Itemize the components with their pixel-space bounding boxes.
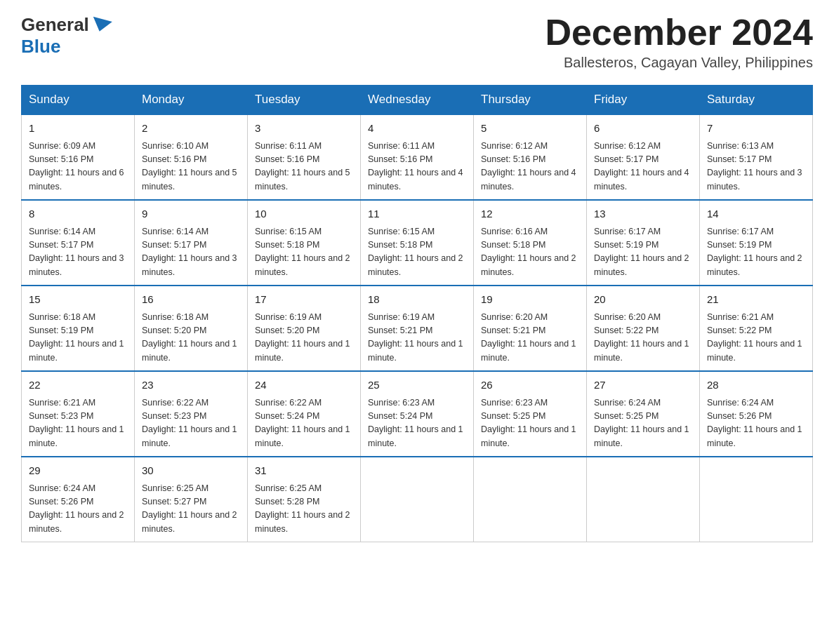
calendar-day-cell: 11Sunrise: 6:15 AMSunset: 5:18 PMDayligh… — [361, 200, 474, 286]
day-number: 26 — [481, 377, 579, 394]
day-info: Sunrise: 6:22 AMSunset: 5:24 PMDaylight:… — [255, 396, 353, 451]
day-number: 11 — [368, 206, 466, 222]
day-number: 20 — [594, 292, 692, 308]
day-number: 16 — [142, 292, 240, 308]
day-number: 10 — [255, 206, 353, 222]
day-info: Sunrise: 6:24 AMSunset: 5:25 PMDaylight:… — [594, 396, 692, 451]
day-number: 31 — [255, 463, 353, 479]
day-info: Sunrise: 6:21 AMSunset: 5:23 PMDaylight:… — [29, 396, 127, 451]
calendar-day-cell: 14Sunrise: 6:17 AMSunset: 5:19 PMDayligh… — [700, 200, 813, 286]
logo: General Blue — [21, 14, 113, 58]
day-number: 18 — [368, 292, 466, 308]
day-info: Sunrise: 6:16 AMSunset: 5:18 PMDaylight:… — [481, 225, 579, 280]
calendar-day-cell — [587, 457, 700, 542]
day-of-week-header: Friday — [587, 86, 700, 115]
calendar-day-cell: 17Sunrise: 6:19 AMSunset: 5:20 PMDayligh… — [248, 286, 361, 371]
calendar-day-cell: 3Sunrise: 6:11 AMSunset: 5:16 PMDaylight… — [248, 114, 361, 200]
calendar-day-cell: 28Sunrise: 6:24 AMSunset: 5:26 PMDayligh… — [700, 371, 813, 457]
day-info: Sunrise: 6:17 AMSunset: 5:19 PMDaylight:… — [707, 225, 805, 280]
calendar-day-cell — [361, 457, 474, 542]
calendar-day-cell: 18Sunrise: 6:19 AMSunset: 5:21 PMDayligh… — [361, 286, 474, 371]
day-number: 3 — [255, 121, 353, 137]
day-of-week-header: Wednesday — [361, 86, 474, 115]
day-of-week-header: Sunday — [22, 86, 135, 115]
day-info: Sunrise: 6:15 AMSunset: 5:18 PMDaylight:… — [368, 225, 466, 280]
day-info: Sunrise: 6:11 AMSunset: 5:16 PMDaylight:… — [368, 140, 466, 194]
day-number: 22 — [29, 377, 127, 394]
day-info: Sunrise: 6:24 AMSunset: 5:26 PMDaylight:… — [707, 396, 805, 451]
day-info: Sunrise: 6:12 AMSunset: 5:17 PMDaylight:… — [594, 140, 692, 194]
calendar-day-cell: 4Sunrise: 6:11 AMSunset: 5:16 PMDaylight… — [361, 114, 474, 200]
day-number: 15 — [29, 292, 127, 308]
calendar-day-cell: 31Sunrise: 6:25 AMSunset: 5:28 PMDayligh… — [248, 457, 361, 542]
calendar-day-cell: 6Sunrise: 6:12 AMSunset: 5:17 PMDaylight… — [587, 114, 700, 200]
day-info: Sunrise: 6:18 AMSunset: 5:20 PMDaylight:… — [142, 311, 240, 365]
day-number: 21 — [707, 292, 805, 308]
calendar-day-cell: 22Sunrise: 6:21 AMSunset: 5:23 PMDayligh… — [22, 371, 135, 457]
logo-general-text: General — [21, 14, 89, 36]
day-number: 17 — [255, 292, 353, 308]
calendar-day-cell: 16Sunrise: 6:18 AMSunset: 5:20 PMDayligh… — [135, 286, 248, 371]
day-info: Sunrise: 6:18 AMSunset: 5:19 PMDaylight:… — [29, 311, 127, 365]
calendar-day-cell: 21Sunrise: 6:21 AMSunset: 5:22 PMDayligh… — [700, 286, 813, 371]
day-info: Sunrise: 6:25 AMSunset: 5:27 PMDaylight:… — [142, 482, 240, 537]
day-info: Sunrise: 6:19 AMSunset: 5:20 PMDaylight:… — [255, 311, 353, 365]
day-number: 4 — [368, 121, 466, 137]
calendar-day-cell: 13Sunrise: 6:17 AMSunset: 5:19 PMDayligh… — [587, 200, 700, 286]
calendar-week-row: 15Sunrise: 6:18 AMSunset: 5:19 PMDayligh… — [22, 286, 813, 371]
day-number: 8 — [29, 206, 127, 222]
calendar-day-cell: 19Sunrise: 6:20 AMSunset: 5:21 PMDayligh… — [474, 286, 587, 371]
day-number: 30 — [142, 463, 240, 479]
day-number: 24 — [255, 377, 353, 394]
calendar-week-row: 1Sunrise: 6:09 AMSunset: 5:16 PMDaylight… — [22, 114, 813, 200]
day-info: Sunrise: 6:24 AMSunset: 5:26 PMDaylight:… — [29, 482, 127, 537]
calendar-day-cell: 23Sunrise: 6:22 AMSunset: 5:23 PMDayligh… — [135, 371, 248, 457]
day-number: 6 — [594, 121, 692, 137]
calendar-week-row: 22Sunrise: 6:21 AMSunset: 5:23 PMDayligh… — [22, 371, 813, 457]
calendar-day-cell: 8Sunrise: 6:14 AMSunset: 5:17 PMDaylight… — [22, 200, 135, 286]
day-info: Sunrise: 6:22 AMSunset: 5:23 PMDaylight:… — [142, 396, 240, 451]
calendar-day-cell: 27Sunrise: 6:24 AMSunset: 5:25 PMDayligh… — [587, 371, 700, 457]
day-of-week-header: Monday — [135, 86, 248, 115]
calendar-day-cell: 26Sunrise: 6:23 AMSunset: 5:25 PMDayligh… — [474, 371, 587, 457]
day-number: 25 — [368, 377, 466, 394]
day-number: 5 — [481, 121, 579, 137]
calendar-day-cell: 9Sunrise: 6:14 AMSunset: 5:17 PMDaylight… — [135, 200, 248, 286]
page-header: General Blue December 2024 Ballesteros, … — [21, 14, 813, 71]
day-info: Sunrise: 6:19 AMSunset: 5:21 PMDaylight:… — [368, 311, 466, 365]
day-number: 9 — [142, 206, 240, 222]
calendar-header-row: SundayMondayTuesdayWednesdayThursdayFrid… — [22, 86, 813, 115]
day-of-week-header: Thursday — [474, 86, 587, 115]
day-info: Sunrise: 6:09 AMSunset: 5:16 PMDaylight:… — [29, 140, 127, 194]
day-info: Sunrise: 6:11 AMSunset: 5:16 PMDaylight:… — [255, 140, 353, 194]
day-number: 1 — [29, 121, 127, 137]
month-title: December 2024 — [545, 14, 813, 51]
day-of-week-header: Tuesday — [248, 86, 361, 115]
day-info: Sunrise: 6:17 AMSunset: 5:19 PMDaylight:… — [594, 225, 692, 280]
calendar-day-cell — [474, 457, 587, 542]
calendar-day-cell — [700, 457, 813, 542]
day-info: Sunrise: 6:12 AMSunset: 5:16 PMDaylight:… — [481, 140, 579, 194]
calendar-day-cell: 29Sunrise: 6:24 AMSunset: 5:26 PMDayligh… — [22, 457, 135, 542]
calendar-day-cell: 25Sunrise: 6:23 AMSunset: 5:24 PMDayligh… — [361, 371, 474, 457]
calendar-day-cell: 24Sunrise: 6:22 AMSunset: 5:24 PMDayligh… — [248, 371, 361, 457]
day-number: 28 — [707, 377, 805, 394]
day-info: Sunrise: 6:14 AMSunset: 5:17 PMDaylight:… — [142, 225, 240, 280]
day-info: Sunrise: 6:20 AMSunset: 5:21 PMDaylight:… — [481, 311, 579, 365]
calendar-week-row: 29Sunrise: 6:24 AMSunset: 5:26 PMDayligh… — [22, 457, 813, 542]
calendar-day-cell: 15Sunrise: 6:18 AMSunset: 5:19 PMDayligh… — [22, 286, 135, 371]
day-of-week-header: Saturday — [700, 86, 813, 115]
day-number: 27 — [594, 377, 692, 394]
calendar-day-cell: 12Sunrise: 6:16 AMSunset: 5:18 PMDayligh… — [474, 200, 587, 286]
day-number: 13 — [594, 206, 692, 222]
title-section: December 2024 Ballesteros, Cagayan Valle… — [545, 14, 813, 71]
day-number: 2 — [142, 121, 240, 137]
day-info: Sunrise: 6:23 AMSunset: 5:25 PMDaylight:… — [481, 396, 579, 451]
day-info: Sunrise: 6:21 AMSunset: 5:22 PMDaylight:… — [707, 311, 805, 365]
day-info: Sunrise: 6:20 AMSunset: 5:22 PMDaylight:… — [594, 311, 692, 365]
calendar-day-cell: 7Sunrise: 6:13 AMSunset: 5:17 PMDaylight… — [700, 114, 813, 200]
calendar-day-cell: 1Sunrise: 6:09 AMSunset: 5:16 PMDaylight… — [22, 114, 135, 200]
day-number: 14 — [707, 206, 805, 222]
calendar-day-cell: 10Sunrise: 6:15 AMSunset: 5:18 PMDayligh… — [248, 200, 361, 286]
day-info: Sunrise: 6:13 AMSunset: 5:17 PMDaylight:… — [707, 140, 805, 194]
